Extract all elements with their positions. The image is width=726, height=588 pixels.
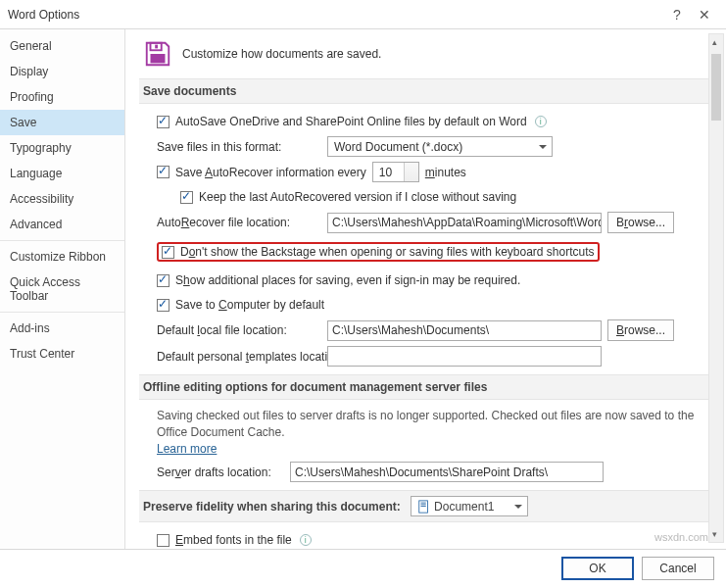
svg-rect-1 (155, 45, 158, 49)
save-floppy-icon (143, 39, 172, 69)
offline-message: Saving checked out files to server draft… (157, 409, 694, 439)
close-button[interactable]: ✕ (691, 7, 718, 23)
drafts-location-input[interactable]: C:\Users\Mahesh\Documents\SharePoint Dra… (290, 462, 604, 482)
scrollbar[interactable]: ▴ ▾ (708, 33, 724, 543)
window-title: Word Options (8, 8, 79, 22)
ok-button[interactable]: OK (561, 557, 634, 580)
backstage-label: Don't show the Backstage when opening or… (180, 245, 595, 259)
footer: OK Cancel (0, 549, 726, 586)
svg-rect-6 (420, 506, 425, 507)
local-browse-button[interactable]: Browse... (607, 319, 674, 341)
info-icon[interactable] (300, 534, 312, 546)
ar-location-label: AutoRecover file location: (157, 216, 321, 229)
backstage-highlight: Don't show the Backstage when opening or… (157, 242, 600, 262)
scroll-up-icon[interactable]: ▴ (712, 37, 717, 47)
fidelity-document-dropdown[interactable]: Document1 (411, 496, 528, 516)
sidebar-item-proofing[interactable]: Proofing (0, 84, 124, 110)
info-icon[interactable] (535, 116, 547, 127)
page-subtitle: Customize how documents are saved. (182, 47, 381, 61)
sidebar-item-save[interactable]: Save (0, 110, 124, 135)
addplaces-label: Show additional places for saving, even … (175, 273, 520, 287)
autosave-checkbox[interactable] (157, 116, 169, 128)
keeplast-label: Keep the last AutoRecovered version if I… (199, 190, 516, 204)
sidebar-item-customize-ribbon[interactable]: Customize Ribbon (0, 244, 124, 270)
templates-location-label: Default personal templates location: (157, 350, 321, 364)
sidebar-item-qat[interactable]: Quick Access Toolbar (0, 270, 124, 309)
scroll-down-icon[interactable]: ▾ (712, 529, 717, 539)
cancel-button[interactable]: Cancel (642, 557, 714, 580)
backstage-checkbox[interactable] (162, 246, 174, 259)
embed-fonts-label: Embed fonts in the file (175, 533, 292, 547)
ar-browse-button[interactable]: Browse... (607, 212, 674, 233)
sidebar-item-display[interactable]: Display (0, 59, 124, 84)
help-button[interactable]: ? (663, 7, 691, 23)
local-location-input[interactable]: C:\Users\Mahesh\Documents\ (327, 320, 602, 341)
sidebar-item-addins[interactable]: Add-ins (0, 316, 124, 341)
autorecover-minutes-spinner[interactable]: 10 (372, 162, 419, 182)
section-fidelity: Preserve fidelity when sharing this docu… (139, 490, 708, 522)
autosave-label: AutoSave OneDrive and SharePoint Online … (175, 115, 527, 128)
embed-fonts-checkbox[interactable] (157, 534, 169, 547)
learn-more-link[interactable]: Learn more (157, 442, 217, 456)
format-label: Save files in this format: (157, 140, 321, 154)
autorecover-checkbox[interactable] (157, 166, 169, 178)
autorecover-label: Save AutoRecover information every (175, 166, 366, 179)
svg-rect-2 (151, 54, 166, 63)
titlebar: Word Options ? ✕ (0, 0, 726, 29)
section-save-documents: Save documents (139, 78, 708, 104)
ar-location-input[interactable]: C:\Users\Mahesh\AppData\Roaming\Microsof… (327, 213, 602, 233)
document-icon (417, 500, 431, 514)
savecomp-label: Save to Computer by default (175, 298, 324, 312)
svg-rect-5 (420, 504, 425, 505)
sidebar: General Display Proofing Save Typography… (0, 29, 125, 549)
watermark: wsxdn.com (654, 531, 708, 543)
sidebar-item-general[interactable]: General (0, 33, 124, 59)
format-dropdown[interactable]: Word Document (*.docx) (327, 136, 553, 157)
savecomp-checkbox[interactable] (157, 299, 169, 312)
keeplast-checkbox[interactable] (180, 191, 193, 204)
minutes-label: minutes (425, 166, 466, 179)
addplaces-checkbox[interactable] (157, 274, 169, 287)
sidebar-item-trust-center[interactable]: Trust Center (0, 341, 124, 367)
scrollbar-thumb[interactable] (711, 54, 721, 121)
templates-location-input[interactable] (327, 346, 602, 367)
main-panel: ▴ ▾ Customize how documents are saved. S… (125, 29, 726, 549)
local-location-label: Default local file location: (157, 323, 321, 337)
drafts-location-label: Server drafts location: (157, 466, 284, 479)
sidebar-item-language[interactable]: Language (0, 161, 124, 186)
sidebar-item-typography[interactable]: Typography (0, 135, 124, 161)
section-offline: Offline editing options for document man… (139, 374, 708, 400)
svg-rect-4 (420, 503, 425, 504)
sidebar-item-accessibility[interactable]: Accessibility (0, 186, 124, 212)
sidebar-item-advanced[interactable]: Advanced (0, 212, 124, 237)
